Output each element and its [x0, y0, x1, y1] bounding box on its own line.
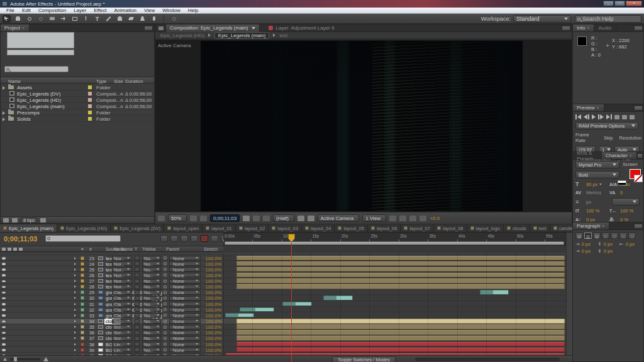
- twirl-icon[interactable]: [74, 291, 76, 293]
- layer-track[interactable]: [223, 330, 566, 335]
- clone-stamp-tool[interactable]: [116, 15, 124, 23]
- view-layout-dropdown[interactable]: 1 View: [362, 214, 386, 222]
- eye-icon[interactable]: [2, 326, 6, 329]
- eye-icon[interactable]: [2, 343, 6, 346]
- ram-preview-options-dropdown[interactable]: RAM Preview Options: [575, 122, 638, 129]
- camera-tool[interactable]: [48, 15, 56, 23]
- ram-preview-icon[interactable]: [630, 115, 635, 119]
- indent-left-field[interactable]: ⇥0 px: [575, 241, 592, 247]
- interpret-footage-icon[interactable]: [3, 218, 9, 222]
- twirl-icon[interactable]: [3, 118, 5, 121]
- eye-icon[interactable]: [2, 337, 6, 340]
- comp-mini-flowchart-icon[interactable]: [160, 235, 168, 242]
- project-row[interactable]: Epic_Legends (DV)Composi...nΔ 0;00;56;00: [1, 90, 154, 97]
- layer-track[interactable]: [223, 341, 566, 346]
- menu-effect[interactable]: Effect: [90, 8, 110, 13]
- resolution-dropdown[interactable]: (Half): [273, 214, 294, 222]
- layer-track[interactable]: [223, 347, 566, 352]
- menu-help[interactable]: Help: [184, 8, 202, 13]
- menu-edit[interactable]: Edit: [18, 8, 35, 13]
- timeline-tab-clouds[interactable]: clouds: [504, 224, 530, 232]
- timeline-tab-layout-logo[interactable]: layout_logo: [467, 224, 504, 232]
- eye-icon[interactable]: [2, 349, 6, 351]
- layer-duration-bar[interactable]: [240, 307, 274, 312]
- search-help-box[interactable]: Search Help: [575, 15, 641, 23]
- eye-icon[interactable]: [2, 303, 6, 305]
- layer-duration-bar[interactable]: [225, 313, 255, 318]
- layer-track[interactable]: [223, 255, 566, 260]
- eye-icon[interactable]: [2, 274, 6, 277]
- column-stretch[interactable]: Stretch: [204, 247, 218, 251]
- axis-mode-icon[interactable]: [170, 15, 178, 23]
- next-frame-button[interactable]: [598, 114, 604, 119]
- close-button[interactable]: ×: [626, 1, 642, 6]
- parent-pickwhip-icon[interactable]: [164, 285, 167, 288]
- parent-pickwhip-icon[interactable]: [164, 302, 167, 305]
- layer-row-31[interactable]: 31graphic...00000-00149}.jpgCla..No..Non…: [0, 301, 566, 307]
- t-toggle[interactable]: [135, 307, 140, 312]
- label-color-chip[interactable]: [80, 348, 84, 352]
- layer-duration-bar[interactable]: [236, 284, 565, 289]
- timeline-button-icon[interactable]: [409, 216, 416, 221]
- stroke-width-value[interactable]: px: [586, 199, 610, 205]
- parent-pickwhip-icon[interactable]: [164, 297, 167, 300]
- label-color-chip[interactable]: [88, 85, 92, 89]
- show-snapshot-icon[interactable]: [253, 216, 260, 221]
- tab-project[interactable]: Project×: [1, 25, 30, 31]
- trash-icon[interactable]: [40, 218, 46, 222]
- justify-last-center-button[interactable]: [611, 233, 618, 239]
- parent-pickwhip-icon[interactable]: [164, 314, 167, 317]
- twirl-icon[interactable]: [74, 274, 76, 277]
- justify-last-left-button[interactable]: [602, 233, 609, 239]
- layer-row-36[interactable]: 36cloudsScr..No..None100.0%: [0, 330, 566, 336]
- eye-icon[interactable]: [2, 286, 6, 288]
- vertical-scale-value[interactable]: 100 %: [586, 208, 608, 214]
- parent-pickwhip-icon[interactable]: [164, 280, 167, 283]
- t-toggle[interactable]: [135, 285, 140, 289]
- panel-menu-icon[interactable]: [562, 26, 570, 31]
- composition-viewer[interactable]: Active Camera: [155, 40, 572, 212]
- work-area-bar[interactable]: [225, 241, 564, 245]
- indent-right-field[interactable]: ⇤0 px: [619, 241, 636, 247]
- layer-track[interactable]: [223, 272, 566, 277]
- zoom-tool[interactable]: [25, 15, 33, 23]
- label-color-chip[interactable]: [80, 296, 84, 300]
- project-column-type[interactable]: Type: [96, 79, 106, 84]
- label-color-chip[interactable]: [80, 262, 84, 266]
- layer-duration-bar[interactable]: [236, 342, 565, 347]
- pen-tool[interactable]: [82, 15, 90, 23]
- timeline-tab-layout-06[interactable]: layout_06: [368, 224, 401, 232]
- tracking-value[interactable]: 0: [620, 190, 641, 195]
- parent-pickwhip-icon[interactable]: [164, 308, 167, 311]
- parent-pickwhip-icon[interactable]: [164, 331, 167, 334]
- timeline-tab-layout-07[interactable]: layout_07: [401, 224, 434, 232]
- twirl-icon[interactable]: [74, 331, 76, 334]
- twirl-icon[interactable]: [74, 268, 76, 271]
- layer-duration-bar[interactable]: [480, 290, 508, 295]
- layer-row-27[interactable]: 27textNor..No..None100.0%: [0, 278, 566, 284]
- layer-row-35[interactable]: 35cloudsScr..No..None100.0%: [0, 324, 566, 330]
- panel-menu-icon[interactable]: [144, 26, 153, 31]
- eye-icon[interactable]: [2, 263, 6, 265]
- eye-icon[interactable]: [2, 332, 6, 334]
- timeline-tab-epic-legends-hd-[interactable]: Epic_Legends (HD): [57, 224, 111, 232]
- timeline-tab-epic-legends-dv-[interactable]: Epic_Legends (DV): [111, 224, 164, 232]
- menu-animation[interactable]: Animation: [110, 8, 140, 13]
- label-color-chip[interactable]: [80, 314, 84, 317]
- twirl-icon[interactable]: [3, 86, 5, 90]
- eye-icon[interactable]: [2, 309, 6, 311]
- justify-last-right-button[interactable]: [619, 233, 627, 239]
- t-toggle[interactable]: [135, 273, 140, 277]
- layer-duration-bar[interactable]: [236, 348, 565, 353]
- align-center-button[interactable]: [584, 233, 592, 239]
- hide-shy-layers-icon[interactable]: [180, 235, 188, 242]
- twirl-icon[interactable]: [74, 314, 76, 317]
- tab-info[interactable]: Info×: [573, 25, 594, 31]
- t-toggle[interactable]: [135, 313, 140, 317]
- default-colors-swatch[interactable]: [618, 180, 626, 185]
- layer-track[interactable]: [223, 266, 566, 272]
- layer-duration-bar[interactable]: [236, 273, 565, 278]
- column-trkmat[interactable]: TrkMat: [142, 247, 156, 251]
- grid-guides-icon[interactable]: [190, 216, 197, 221]
- label-color-chip[interactable]: [80, 273, 84, 277]
